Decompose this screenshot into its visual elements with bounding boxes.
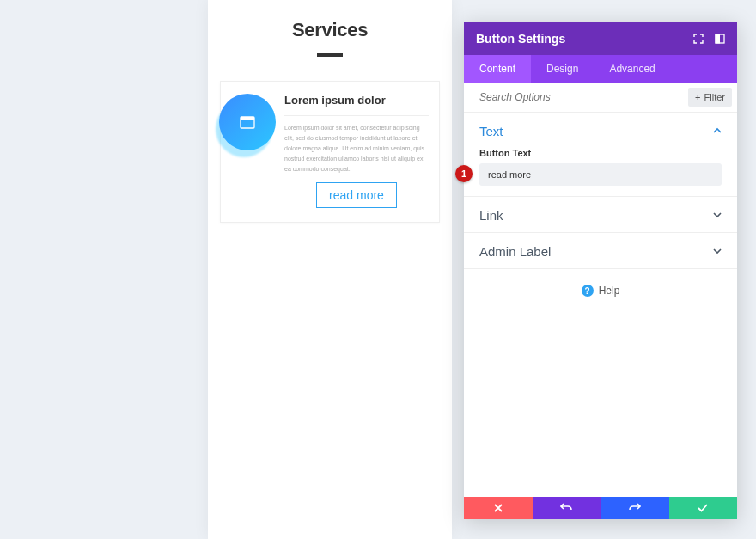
redo-icon bbox=[629, 500, 641, 516]
settings-tabs: Content Design Advanced bbox=[464, 55, 737, 83]
tab-design[interactable]: Design bbox=[531, 55, 594, 83]
preview-canvas: Services Lorem ipsum dolor Lorem ipsum d… bbox=[208, 0, 452, 539]
heading-underline bbox=[317, 53, 343, 57]
save-button[interactable] bbox=[669, 497, 738, 519]
service-card: Lorem ipsum dolor Lorem ipsum dolor sit … bbox=[220, 81, 440, 223]
search-input[interactable] bbox=[479, 91, 688, 103]
read-more-button[interactable]: read more bbox=[316, 182, 397, 208]
section-text: Text 1 Button Text bbox=[464, 113, 737, 197]
help-icon: ? bbox=[582, 285, 594, 297]
filter-button[interactable]: + Filter bbox=[688, 88, 732, 107]
check-icon bbox=[698, 500, 708, 516]
search-row: + Filter bbox=[464, 83, 737, 113]
button-text-field: 1 Button Text bbox=[464, 148, 737, 196]
help-label: Help bbox=[599, 285, 620, 297]
plus-icon: + bbox=[695, 92, 700, 102]
button-text-label: Button Text bbox=[479, 148, 722, 158]
redo-button[interactable] bbox=[601, 497, 669, 519]
tab-content[interactable]: Content bbox=[464, 55, 531, 83]
filter-label: Filter bbox=[704, 92, 725, 102]
section-link-title: Link bbox=[479, 208, 503, 223]
section-text-head[interactable]: Text bbox=[464, 113, 737, 148]
tab-advanced[interactable]: Advanced bbox=[594, 55, 670, 83]
card-content: Lorem ipsum dolor Lorem ipsum dolor sit … bbox=[284, 82, 439, 222]
footer-actions bbox=[464, 497, 737, 519]
card-icon-wrap bbox=[216, 94, 284, 150]
step-badge-1: 1 bbox=[455, 165, 472, 182]
section-admin-label-title: Admin Label bbox=[479, 244, 551, 259]
close-icon bbox=[494, 500, 503, 516]
section-link: Link bbox=[464, 197, 737, 233]
chevron-up-icon bbox=[713, 123, 722, 138]
section-text-title: Text bbox=[479, 124, 503, 138]
card-body-text: Lorem ipsum dolor sit amet, consectetur … bbox=[284, 115, 429, 182]
chevron-down-icon bbox=[713, 243, 722, 259]
card-title: Lorem ipsum dolor bbox=[284, 94, 429, 107]
help-link[interactable]: ? Help bbox=[464, 285, 737, 297]
expand-icon[interactable] bbox=[692, 34, 704, 45]
svg-rect-1 bbox=[241, 117, 254, 120]
button-text-input[interactable] bbox=[479, 163, 722, 186]
panel-header[interactable]: Button Settings bbox=[464, 22, 737, 55]
button-settings-panel: Button Settings Content Design Advanced … bbox=[464, 22, 737, 519]
undo-icon bbox=[560, 500, 572, 516]
section-admin-label: Admin Label bbox=[464, 233, 737, 269]
cancel-button[interactable] bbox=[464, 497, 533, 519]
calendar-icon bbox=[219, 94, 276, 150]
svg-rect-3 bbox=[716, 34, 720, 43]
snap-icon[interactable] bbox=[714, 34, 725, 45]
section-link-head[interactable]: Link bbox=[464, 197, 737, 232]
panel-title: Button Settings bbox=[476, 32, 565, 46]
services-heading: Services bbox=[208, 19, 452, 41]
undo-button[interactable] bbox=[533, 497, 601, 519]
section-admin-label-head[interactable]: Admin Label bbox=[464, 233, 737, 268]
chevron-down-icon bbox=[713, 207, 722, 223]
